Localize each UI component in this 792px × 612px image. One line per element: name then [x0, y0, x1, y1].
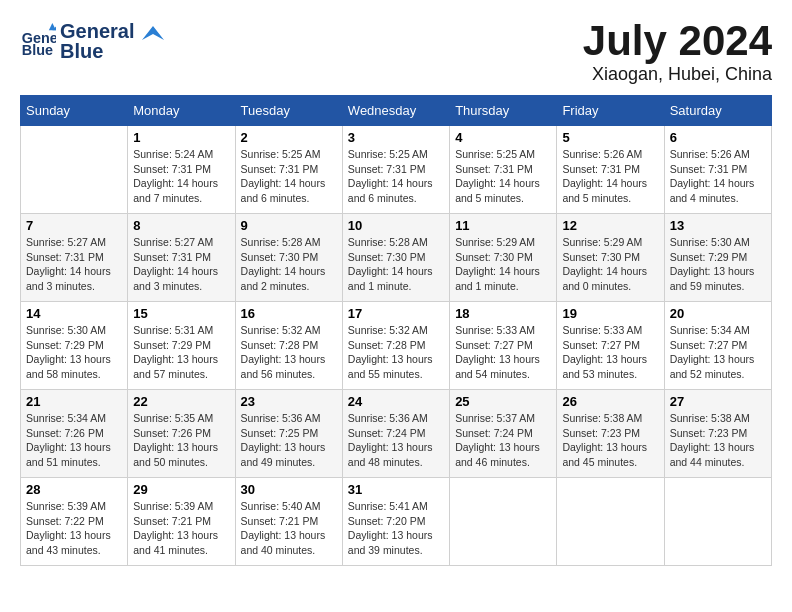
day-info: Sunrise: 5:25 AM Sunset: 7:31 PM Dayligh…: [455, 147, 551, 206]
svg-marker-4: [142, 26, 164, 40]
day-number: 6: [670, 130, 766, 145]
week-row-5: 28Sunrise: 5:39 AM Sunset: 7:22 PM Dayli…: [21, 478, 772, 566]
svg-text:Blue: Blue: [22, 42, 53, 58]
day-info: Sunrise: 5:38 AM Sunset: 7:23 PM Dayligh…: [670, 411, 766, 470]
day-info: Sunrise: 5:29 AM Sunset: 7:30 PM Dayligh…: [455, 235, 551, 294]
day-info: Sunrise: 5:33 AM Sunset: 7:27 PM Dayligh…: [455, 323, 551, 382]
day-number: 27: [670, 394, 766, 409]
day-info: Sunrise: 5:24 AM Sunset: 7:31 PM Dayligh…: [133, 147, 229, 206]
day-info: Sunrise: 5:30 AM Sunset: 7:29 PM Dayligh…: [670, 235, 766, 294]
header-tuesday: Tuesday: [235, 96, 342, 126]
day-number: 25: [455, 394, 551, 409]
day-info: Sunrise: 5:25 AM Sunset: 7:31 PM Dayligh…: [241, 147, 337, 206]
day-info: Sunrise: 5:29 AM Sunset: 7:30 PM Dayligh…: [562, 235, 658, 294]
logo-line1: General: [60, 20, 134, 42]
location-title: Xiaogan, Hubei, China: [583, 64, 772, 85]
day-info: Sunrise: 5:28 AM Sunset: 7:30 PM Dayligh…: [348, 235, 444, 294]
day-number: 26: [562, 394, 658, 409]
logo-line2: Blue: [60, 40, 103, 62]
calendar-cell: 23Sunrise: 5:36 AM Sunset: 7:25 PM Dayli…: [235, 390, 342, 478]
month-title: July 2024: [583, 20, 772, 62]
day-info: Sunrise: 5:31 AM Sunset: 7:29 PM Dayligh…: [133, 323, 229, 382]
calendar-cell: 6Sunrise: 5:26 AM Sunset: 7:31 PM Daylig…: [664, 126, 771, 214]
day-number: 19: [562, 306, 658, 321]
day-number: 12: [562, 218, 658, 233]
calendar-cell: 22Sunrise: 5:35 AM Sunset: 7:26 PM Dayli…: [128, 390, 235, 478]
day-number: 17: [348, 306, 444, 321]
day-number: 4: [455, 130, 551, 145]
day-info: Sunrise: 5:32 AM Sunset: 7:28 PM Dayligh…: [348, 323, 444, 382]
day-info: Sunrise: 5:28 AM Sunset: 7:30 PM Dayligh…: [241, 235, 337, 294]
day-info: Sunrise: 5:35 AM Sunset: 7:26 PM Dayligh…: [133, 411, 229, 470]
day-number: 1: [133, 130, 229, 145]
header-friday: Friday: [557, 96, 664, 126]
calendar-cell: 29Sunrise: 5:39 AM Sunset: 7:21 PM Dayli…: [128, 478, 235, 566]
day-info: Sunrise: 5:38 AM Sunset: 7:23 PM Dayligh…: [562, 411, 658, 470]
day-number: 8: [133, 218, 229, 233]
day-number: 10: [348, 218, 444, 233]
header-thursday: Thursday: [450, 96, 557, 126]
day-number: 15: [133, 306, 229, 321]
day-info: Sunrise: 5:36 AM Sunset: 7:25 PM Dayligh…: [241, 411, 337, 470]
calendar-cell: [450, 478, 557, 566]
day-number: 2: [241, 130, 337, 145]
day-info: Sunrise: 5:41 AM Sunset: 7:20 PM Dayligh…: [348, 499, 444, 558]
logo: General Blue General Blue: [20, 20, 164, 62]
day-info: Sunrise: 5:27 AM Sunset: 7:31 PM Dayligh…: [133, 235, 229, 294]
day-info: Sunrise: 5:26 AM Sunset: 7:31 PM Dayligh…: [562, 147, 658, 206]
header-sunday: Sunday: [21, 96, 128, 126]
calendar-cell: 13Sunrise: 5:30 AM Sunset: 7:29 PM Dayli…: [664, 214, 771, 302]
logo-bird-icon: [142, 26, 164, 40]
calendar-cell: 12Sunrise: 5:29 AM Sunset: 7:30 PM Dayli…: [557, 214, 664, 302]
calendar-cell: 7Sunrise: 5:27 AM Sunset: 7:31 PM Daylig…: [21, 214, 128, 302]
calendar-cell: 31Sunrise: 5:41 AM Sunset: 7:20 PM Dayli…: [342, 478, 449, 566]
day-info: Sunrise: 5:39 AM Sunset: 7:21 PM Dayligh…: [133, 499, 229, 558]
header-monday: Monday: [128, 96, 235, 126]
week-row-1: 1Sunrise: 5:24 AM Sunset: 7:31 PM Daylig…: [21, 126, 772, 214]
calendar-cell: 20Sunrise: 5:34 AM Sunset: 7:27 PM Dayli…: [664, 302, 771, 390]
day-number: 22: [133, 394, 229, 409]
calendar-cell: 1Sunrise: 5:24 AM Sunset: 7:31 PM Daylig…: [128, 126, 235, 214]
day-info: Sunrise: 5:33 AM Sunset: 7:27 PM Dayligh…: [562, 323, 658, 382]
day-number: 18: [455, 306, 551, 321]
calendar-cell: 27Sunrise: 5:38 AM Sunset: 7:23 PM Dayli…: [664, 390, 771, 478]
day-info: Sunrise: 5:40 AM Sunset: 7:21 PM Dayligh…: [241, 499, 337, 558]
calendar-cell: 21Sunrise: 5:34 AM Sunset: 7:26 PM Dayli…: [21, 390, 128, 478]
calendar-cell: 19Sunrise: 5:33 AM Sunset: 7:27 PM Dayli…: [557, 302, 664, 390]
day-info: Sunrise: 5:34 AM Sunset: 7:27 PM Dayligh…: [670, 323, 766, 382]
page-header: General Blue General Blue July 2024 Xiao…: [20, 20, 772, 85]
calendar-cell: 11Sunrise: 5:29 AM Sunset: 7:30 PM Dayli…: [450, 214, 557, 302]
day-info: Sunrise: 5:25 AM Sunset: 7:31 PM Dayligh…: [348, 147, 444, 206]
day-number: 14: [26, 306, 122, 321]
calendar-cell: 9Sunrise: 5:28 AM Sunset: 7:30 PM Daylig…: [235, 214, 342, 302]
day-info: Sunrise: 5:27 AM Sunset: 7:31 PM Dayligh…: [26, 235, 122, 294]
day-number: 16: [241, 306, 337, 321]
week-row-4: 21Sunrise: 5:34 AM Sunset: 7:26 PM Dayli…: [21, 390, 772, 478]
day-info: Sunrise: 5:34 AM Sunset: 7:26 PM Dayligh…: [26, 411, 122, 470]
day-info: Sunrise: 5:37 AM Sunset: 7:24 PM Dayligh…: [455, 411, 551, 470]
week-row-2: 7Sunrise: 5:27 AM Sunset: 7:31 PM Daylig…: [21, 214, 772, 302]
calendar-table: SundayMondayTuesdayWednesdayThursdayFrid…: [20, 95, 772, 566]
calendar-cell: [664, 478, 771, 566]
calendar-cell: 2Sunrise: 5:25 AM Sunset: 7:31 PM Daylig…: [235, 126, 342, 214]
day-info: Sunrise: 5:30 AM Sunset: 7:29 PM Dayligh…: [26, 323, 122, 382]
calendar-cell: 3Sunrise: 5:25 AM Sunset: 7:31 PM Daylig…: [342, 126, 449, 214]
day-number: 7: [26, 218, 122, 233]
calendar-cell: 24Sunrise: 5:36 AM Sunset: 7:24 PM Dayli…: [342, 390, 449, 478]
day-number: 31: [348, 482, 444, 497]
calendar-cell: 16Sunrise: 5:32 AM Sunset: 7:28 PM Dayli…: [235, 302, 342, 390]
calendar-cell: 4Sunrise: 5:25 AM Sunset: 7:31 PM Daylig…: [450, 126, 557, 214]
day-number: 13: [670, 218, 766, 233]
calendar-cell: [557, 478, 664, 566]
day-number: 11: [455, 218, 551, 233]
calendar-cell: 10Sunrise: 5:28 AM Sunset: 7:30 PM Dayli…: [342, 214, 449, 302]
title-block: July 2024 Xiaogan, Hubei, China: [583, 20, 772, 85]
day-number: 28: [26, 482, 122, 497]
day-number: 9: [241, 218, 337, 233]
calendar-cell: 15Sunrise: 5:31 AM Sunset: 7:29 PM Dayli…: [128, 302, 235, 390]
logo-icon: General Blue: [20, 23, 56, 59]
calendar-cell: 26Sunrise: 5:38 AM Sunset: 7:23 PM Dayli…: [557, 390, 664, 478]
day-info: Sunrise: 5:39 AM Sunset: 7:22 PM Dayligh…: [26, 499, 122, 558]
calendar-cell: 14Sunrise: 5:30 AM Sunset: 7:29 PM Dayli…: [21, 302, 128, 390]
day-number: 24: [348, 394, 444, 409]
